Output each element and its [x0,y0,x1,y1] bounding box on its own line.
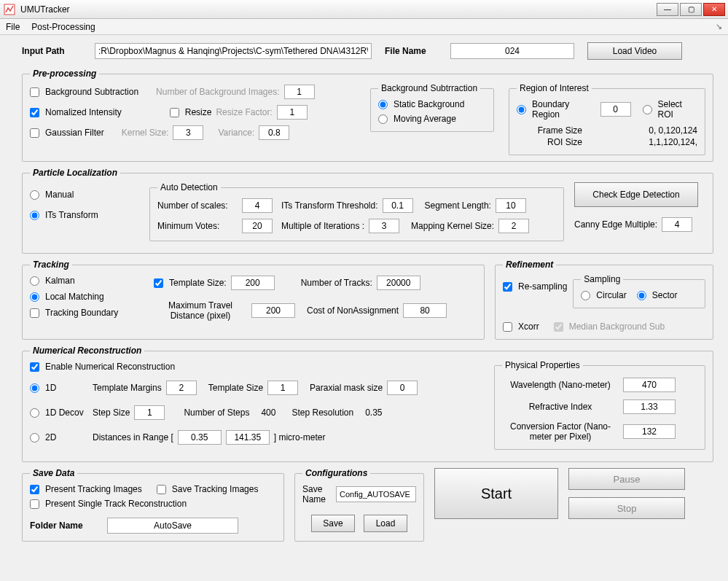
variance-field[interactable] [259,125,289,140]
cost-label: Cost of NonAssignment [307,305,399,316]
gaussian-filter-check[interactable]: Gaussian Filter [30,128,104,138]
circular-radio[interactable]: Circular [581,290,626,300]
nr-template-size-label: Template Size [208,383,263,393]
refractive-index-field[interactable] [623,399,676,414]
num-scales-field[interactable] [242,198,273,213]
folder-name-field[interactable] [107,518,238,534]
sampling-group: Sampling Circular Sector [573,274,705,308]
num-bg-label: Number of Background Images: [156,87,279,97]
file-name-field[interactable] [450,43,574,59]
moving-avg-radio[interactable]: Moving Average [378,114,456,124]
num-steps-label: Number of Steps [184,408,249,418]
select-roi-radio[interactable]: Select ROI [643,99,697,120]
1d-decov-radio[interactable]: 1D Decov [30,408,88,418]
sampling-legend: Sampling [581,274,623,284]
wavelength-label: Wavelength (Nano-meter) [502,380,619,390]
roi-legend: Region of Interest [517,83,592,93]
num-steps-value: 400 [261,408,275,418]
its-threshold-label: ITs Transform Threshold: [281,200,378,211]
window-title: UMUTracker [20,4,657,15]
bg-subtraction-check[interactable]: Background Subtraction [30,87,138,97]
num-bg-field[interactable] [284,85,315,99]
segment-length-label: Segment Length: [425,200,491,211]
roi-size-value: 1,1,120,124, [587,137,697,147]
conversion-factor-label: Conversion Factor (Nano-meter per Pixel) [502,421,619,442]
minimize-button[interactable]: — [657,3,678,16]
resampling-check[interactable]: Re-sampling [503,281,567,292]
local-matching-radio[interactable]: Local Matching [30,292,104,302]
mult-iter-label: Multiple of Iterations : [281,221,364,231]
1d-radio[interactable]: 1D [30,383,88,393]
tracking-group: Tracking Kalman Local Matching Tracking … [22,260,485,340]
dist-hi-field[interactable] [226,430,270,445]
kernel-size-label: Kernel Size: [122,128,169,138]
save-name-field[interactable] [336,486,416,502]
start-button[interactable]: Start [434,468,558,519]
enable-numreco-check[interactable]: Enable Numerical Reconstruction [30,362,175,372]
stop-button[interactable]: Stop [568,497,685,519]
file-name-label: File Name [385,46,443,56]
static-bg-radio[interactable]: Static Background [378,99,464,109]
config-save-button[interactable]: Save [311,515,355,532]
paraxial-field[interactable] [387,381,418,395]
roi-group: Region of Interest Boundary Region Selec… [509,83,705,155]
frame-size-value: 0, 0,120,124 [587,125,697,136]
close-button[interactable]: ✕ [703,3,725,16]
present-single-check[interactable]: Present Single Track Reconstruction [30,499,187,509]
mult-iter-field[interactable] [369,219,399,233]
2d-radio[interactable]: 2D [30,432,88,442]
its-transform-radio[interactable]: ITs Transform [30,210,98,220]
refinement-group: Refinement Re-sampling Sampling Circular… [495,260,713,340]
save-name-label: Save Name [302,484,332,504]
tracking-legend: Tracking [30,260,72,270]
median-bg-check[interactable]: Median Background Sub [554,321,665,332]
segment-length-field[interactable] [496,198,526,213]
xcorr-check[interactable]: Xcorr [503,321,539,332]
present-tracking-check[interactable]: Present Tracking Images [30,484,142,494]
title-bar: UMUTracker — ▢ ✕ [0,0,728,19]
load-video-button[interactable]: Load Video [587,42,682,60]
template-size-field[interactable] [231,276,275,290]
mapping-kernel-field[interactable] [498,219,529,233]
toolbar-corner-icon[interactable]: ↘ [716,22,722,31]
kernel-size-field[interactable] [173,125,203,140]
max-travel-field[interactable] [251,303,295,318]
step-size-field[interactable] [134,405,165,420]
min-votes-field[interactable] [242,219,273,233]
auto-detection-legend: Auto Detection [157,182,221,192]
step-resolution-value: 0.35 [365,408,382,418]
menu-file[interactable]: File [6,22,20,32]
wavelength-field[interactable] [623,378,676,392]
dist-lo-field[interactable] [178,430,222,445]
nr-template-size-field[interactable] [267,381,298,395]
boundary-region-radio[interactable]: Boundary Region [517,99,596,120]
check-edge-button[interactable]: Check Edge Detection [574,182,698,207]
manual-radio[interactable]: Manual [30,190,74,200]
bg-subtraction-legend: Background Subtrraction [378,83,480,93]
save-tracking-check[interactable]: Save Tracking Images [157,484,259,494]
template-size-check[interactable]: Template Size: [154,278,227,288]
variance-label: Variance: [218,128,254,138]
normalized-intensity-check[interactable]: Nomalized Intensity [30,107,122,117]
num-tracks-field[interactable] [377,276,420,290]
template-margins-field[interactable] [166,381,197,395]
menu-post-processing[interactable]: Post-Processing [31,22,95,32]
resize-factor-field[interactable] [277,105,308,120]
config-load-button[interactable]: Load [364,515,407,532]
maximize-button[interactable]: ▢ [680,3,702,16]
preprocessing-legend: Pre-processing [30,69,99,79]
input-path-field[interactable] [95,43,372,59]
tracking-boundary-check[interactable]: Tracking Boundary [30,308,118,318]
conversion-factor-field[interactable] [623,424,676,439]
configurations-legend: Configurations [302,468,370,478]
resize-check[interactable]: Resize [170,107,212,117]
sector-radio[interactable]: Sector [637,290,678,300]
cost-field[interactable] [403,303,447,318]
canny-field[interactable] [662,217,692,232]
its-threshold-field[interactable] [383,198,413,213]
template-margins-label: Template Margins [93,383,162,393]
boundary-region-field[interactable] [600,102,631,117]
kalman-radio[interactable]: Kalman [30,276,75,286]
save-data-group: Save Data Present Tracking Images Save T… [22,468,284,542]
pause-button[interactable]: Pause [568,468,685,490]
